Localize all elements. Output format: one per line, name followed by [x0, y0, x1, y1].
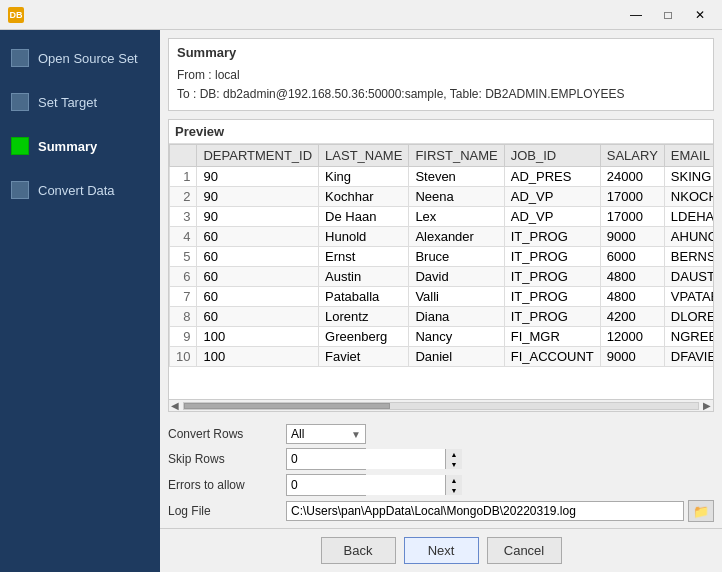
sidebar-item-convert-data[interactable]: Convert Data: [0, 172, 160, 208]
back-button[interactable]: Back: [321, 537, 396, 564]
table-cell: IT_PROG: [504, 307, 600, 327]
preview-section: Preview DEPARTMENT_IDLAST_NAMEFIRST_NAME…: [168, 119, 714, 412]
row-number: 1: [170, 167, 197, 187]
sidebar-item-set-target[interactable]: Set Target: [0, 84, 160, 120]
sidebar-label-open-source: Open Source Set: [38, 51, 138, 66]
table-cell: 6000: [600, 247, 664, 267]
table-cell: AD_VP: [504, 187, 600, 207]
skip-rows-up[interactable]: ▲: [446, 449, 462, 459]
titlebar-left: DB: [8, 7, 24, 23]
table-row: 290KochharNeenaAD_VP17000NKOCHHAR: [170, 187, 714, 207]
log-file-input[interactable]: [286, 501, 684, 521]
column-header: LAST_NAME: [319, 145, 409, 167]
errors-up[interactable]: ▲: [446, 475, 462, 485]
table-cell: 9000: [600, 347, 664, 367]
table-cell: 9000: [600, 227, 664, 247]
table-cell: Steven: [409, 167, 504, 187]
errors-input[interactable]: [287, 475, 445, 495]
table-cell: 17000: [600, 187, 664, 207]
cancel-button[interactable]: Cancel: [487, 537, 562, 564]
table-cell: Valli: [409, 287, 504, 307]
preview-table-container[interactable]: DEPARTMENT_IDLAST_NAMEFIRST_NAMEJOB_IDSA…: [169, 144, 713, 399]
log-file-label: Log File: [168, 504, 278, 518]
table-cell: King: [319, 167, 409, 187]
skip-rows-down[interactable]: ▼: [446, 459, 462, 469]
bottom-bar: Back Next Cancel: [160, 528, 722, 572]
scroll-thumb[interactable]: [184, 403, 390, 409]
table-cell: 4200: [600, 307, 664, 327]
column-header: [170, 145, 197, 167]
table-cell: AHUNOLD: [664, 227, 713, 247]
table-cell: David: [409, 267, 504, 287]
table-cell: Nancy: [409, 327, 504, 347]
preview-title: Preview: [169, 120, 713, 144]
summary-line1: From : local: [177, 66, 705, 85]
table-row: 390De HaanLexAD_VP17000LDEHAAN: [170, 207, 714, 227]
errors-spinner-btns: ▲ ▼: [445, 475, 462, 495]
table-cell: 60: [197, 287, 319, 307]
convert-rows-select[interactable]: All ▼: [286, 424, 366, 444]
table-cell: 24000: [600, 167, 664, 187]
table-cell: Daniel: [409, 347, 504, 367]
preview-table: DEPARTMENT_IDLAST_NAMEFIRST_NAMEJOB_IDSA…: [169, 144, 713, 367]
table-cell: 90: [197, 207, 319, 227]
column-header: FIRST_NAME: [409, 145, 504, 167]
log-file-browse-button[interactable]: 📁: [688, 500, 714, 522]
column-header: EMAIL: [664, 145, 713, 167]
table-row: 460HunoldAlexanderIT_PROG9000AHUNOLD: [170, 227, 714, 247]
table-cell: IT_PROG: [504, 287, 600, 307]
table-cell: DFAVIET: [664, 347, 713, 367]
table-cell: 60: [197, 267, 319, 287]
form-section: Convert Rows All ▼ Skip Rows ▲ ▼ Errors …: [160, 418, 722, 528]
table-cell: 12000: [600, 327, 664, 347]
column-header: JOB_ID: [504, 145, 600, 167]
table-cell: Ernst: [319, 247, 409, 267]
summary-title: Summary: [177, 45, 705, 60]
maximize-button[interactable]: □: [654, 5, 682, 25]
skip-rows-input[interactable]: [287, 449, 445, 469]
sidebar-item-summary[interactable]: Summary: [0, 128, 160, 164]
table-cell: IT_PROG: [504, 267, 600, 287]
table-cell: 17000: [600, 207, 664, 227]
table-cell: AD_PRES: [504, 167, 600, 187]
minimize-button[interactable]: —: [622, 5, 650, 25]
table-cell: Lex: [409, 207, 504, 227]
sidebar: Open Source Set Set Target Summary Conve…: [0, 30, 160, 572]
scroll-left-arrow[interactable]: ◀: [169, 400, 181, 411]
column-header: DEPARTMENT_ID: [197, 145, 319, 167]
row-number: 3: [170, 207, 197, 227]
titlebar: DB — □ ✕: [0, 0, 722, 30]
skip-rows-row: Skip Rows ▲ ▼: [168, 448, 714, 470]
table-cell: DLORENTZ: [664, 307, 713, 327]
errors-spinner[interactable]: ▲ ▼: [286, 474, 366, 496]
table-cell: Alexander: [409, 227, 504, 247]
convert-rows-label: Convert Rows: [168, 427, 278, 441]
skip-rows-label: Skip Rows: [168, 452, 278, 466]
table-row: 860LorentzDianaIT_PROG4200DLORENTZ: [170, 307, 714, 327]
table-cell: BERNST: [664, 247, 713, 267]
log-file-row: Log File 📁: [168, 500, 714, 522]
table-cell: De Haan: [319, 207, 409, 227]
scroll-track[interactable]: [183, 402, 699, 410]
horizontal-scrollbar[interactable]: ◀ ▶: [169, 399, 713, 411]
row-number: 6: [170, 267, 197, 287]
skip-rows-spinner[interactable]: ▲ ▼: [286, 448, 366, 470]
table-cell: NGREENBE: [664, 327, 713, 347]
table-cell: SKING: [664, 167, 713, 187]
table-cell: Diana: [409, 307, 504, 327]
sidebar-item-open-source[interactable]: Open Source Set: [0, 40, 160, 76]
table-cell: DAUSTIN: [664, 267, 713, 287]
errors-down[interactable]: ▼: [446, 485, 462, 495]
row-number: 4: [170, 227, 197, 247]
sidebar-label-convert-data: Convert Data: [38, 183, 115, 198]
step-icon-summary: [10, 136, 30, 156]
row-number: 8: [170, 307, 197, 327]
next-button[interactable]: Next: [404, 537, 479, 564]
close-button[interactable]: ✕: [686, 5, 714, 25]
titlebar-controls: — □ ✕: [622, 5, 714, 25]
table-row: 760PataballaValliIT_PROG4800VPATABAL: [170, 287, 714, 307]
table-cell: 90: [197, 167, 319, 187]
scroll-right-arrow[interactable]: ▶: [701, 400, 713, 411]
main-layout: Open Source Set Set Target Summary Conve…: [0, 30, 722, 572]
row-number: 9: [170, 327, 197, 347]
